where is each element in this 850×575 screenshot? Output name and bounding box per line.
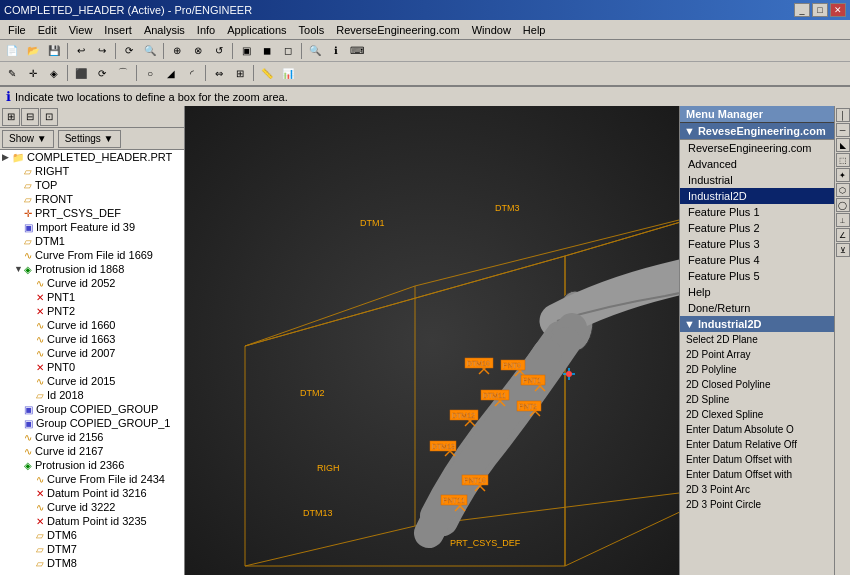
tree-item[interactable]: ▱DTM6 xyxy=(0,528,184,542)
tree-item[interactable]: ∿Curve From File id 1669 xyxy=(0,248,184,262)
mm-sub-item[interactable]: Select 2D Plane xyxy=(680,332,834,347)
tree-item[interactable]: ▱TOP xyxy=(0,178,184,192)
search-button[interactable]: 🔍 xyxy=(305,42,325,60)
sketch-button[interactable]: ✎ xyxy=(2,64,22,82)
revolve-button[interactable]: ⟳ xyxy=(92,64,112,82)
wire-button[interactable]: ◻ xyxy=(278,42,298,60)
mm-item[interactable]: Done/Return xyxy=(680,300,834,316)
regen-button[interactable]: ⟳ xyxy=(119,42,139,60)
sweep-button[interactable]: ⌒ xyxy=(113,64,133,82)
analysis-button[interactable]: 📊 xyxy=(278,64,298,82)
spin-button[interactable]: ↺ xyxy=(209,42,229,60)
tree-item[interactable]: ∿Curve id 2052 xyxy=(0,276,184,290)
tree-item[interactable]: ∿Curve id 1660 xyxy=(0,318,184,332)
edge-btn-8[interactable]: ⟂ xyxy=(836,213,850,227)
mm-item[interactable]: Advanced xyxy=(680,156,834,172)
edge-btn-7[interactable]: ◯ xyxy=(836,198,850,212)
minimize-button[interactable]: _ xyxy=(794,3,810,17)
open-button[interactable]: 📂 xyxy=(23,42,43,60)
tree-item[interactable]: ∿Curve id 2167 xyxy=(0,444,184,458)
tree-item[interactable]: ∿Curve id 3222 xyxy=(0,500,184,514)
hole-button[interactable]: ○ xyxy=(140,64,160,82)
settings-button[interactable]: Settings ▼ xyxy=(58,130,121,148)
datum-button[interactable]: ✛ xyxy=(23,64,43,82)
mm-item[interactable]: Industrial2D xyxy=(680,188,834,204)
tree-item[interactable]: ∿Curve id 2015 xyxy=(0,374,184,388)
undo-button[interactable]: ↩ xyxy=(71,42,91,60)
mm-item[interactable]: Feature Plus 4 xyxy=(680,252,834,268)
tree-item[interactable]: ✛PRT_CSYS_DEF xyxy=(0,206,184,220)
mm-item[interactable]: Help xyxy=(680,284,834,300)
edge-btn-2[interactable]: ─ xyxy=(836,123,850,137)
tree-item[interactable]: ∿Curve From File id 2434 xyxy=(0,472,184,486)
viewport[interactable]: DTM10 DTM11 DTM12 DTM13 PNT0 PNT1 PNT2 P… xyxy=(185,106,679,575)
tree-item[interactable]: ✕Datum Point id 3216 xyxy=(0,486,184,500)
tree-item[interactable]: ▱DTM7 xyxy=(0,542,184,556)
mm-section-header-2[interactable]: ▼ Industrial2D xyxy=(680,316,834,332)
tree-item[interactable]: ▣Group COPIED_GROUP xyxy=(0,402,184,416)
round-button[interactable]: ◜ xyxy=(182,64,202,82)
tree-root[interactable]: ▶ 📁 COMPLETED_HEADER.PRT xyxy=(0,150,184,164)
edge-btn-1[interactable]: │ xyxy=(836,108,850,122)
mm-sub-item[interactable]: 2D Closed Polyline xyxy=(680,377,834,392)
tree-item[interactable]: ▱DTM1 xyxy=(0,234,184,248)
menu-item-reverseengineeringcom[interactable]: ReverseEngineering.com xyxy=(330,22,466,38)
mm-item[interactable]: Feature Plus 2 xyxy=(680,220,834,236)
mm-sub-item[interactable]: 2D 3 Point Circle xyxy=(680,497,834,512)
mm-section-header-1[interactable]: ▼ ReveseEngineering.com xyxy=(680,123,834,139)
edge-btn-9[interactable]: ∠ xyxy=(836,228,850,242)
tree-item[interactable]: ▣Group COPIED_GROUP_1 xyxy=(0,416,184,430)
edge-btn-10[interactable]: ⊻ xyxy=(836,243,850,257)
maximize-button[interactable]: □ xyxy=(812,3,828,17)
mm-sub-item[interactable]: Enter Datum Relative Off xyxy=(680,437,834,452)
extrude-button[interactable]: ⬛ xyxy=(71,64,91,82)
mm-item[interactable]: Feature Plus 5 xyxy=(680,268,834,284)
orient-button[interactable]: ⊕ xyxy=(167,42,187,60)
save-button[interactable]: 💾 xyxy=(44,42,64,60)
tree-item[interactable]: ✕PNT1 xyxy=(0,290,184,304)
tree-icon2[interactable]: ⊟ xyxy=(21,108,39,126)
edge-btn-4[interactable]: ⬚ xyxy=(836,153,850,167)
pattern-button[interactable]: ⊞ xyxy=(230,64,250,82)
mm-sub-item[interactable]: Enter Datum Offset with xyxy=(680,452,834,467)
tree-item[interactable]: ▣Import Feature id 39 xyxy=(0,220,184,234)
orient2-button[interactable]: ⊗ xyxy=(188,42,208,60)
tree-item[interactable]: ✕Datum Point id 3235 xyxy=(0,514,184,528)
mm-sub-item[interactable]: 2D Point Array xyxy=(680,347,834,362)
tree-icon1[interactable]: ⊞ xyxy=(2,108,20,126)
mm-item[interactable]: Feature Plus 1 xyxy=(680,204,834,220)
view-button[interactable]: ▣ xyxy=(236,42,256,60)
tree-item[interactable]: ✕PNT2 xyxy=(0,304,184,318)
mm-item[interactable]: Feature Plus 3 xyxy=(680,236,834,252)
chamfer-button[interactable]: ◢ xyxy=(161,64,181,82)
tree-item[interactable]: ▱FRONT xyxy=(0,192,184,206)
mm-sub-item[interactable]: Enter Datum Absolute O xyxy=(680,422,834,437)
menu-item-insert[interactable]: Insert xyxy=(98,22,138,38)
tree-item[interactable]: ▱DTM8 xyxy=(0,556,184,570)
tree-item[interactable]: ∿Curve id 2007 xyxy=(0,346,184,360)
tree-icon3[interactable]: ⊡ xyxy=(40,108,58,126)
close-button[interactable]: ✕ xyxy=(830,3,846,17)
edge-btn-3[interactable]: ◣ xyxy=(836,138,850,152)
menu-item-help[interactable]: Help xyxy=(517,22,552,38)
menu-item-info[interactable]: Info xyxy=(191,22,221,38)
menu-item-file[interactable]: File xyxy=(2,22,32,38)
tree-item[interactable]: ▱Id 2018 xyxy=(0,388,184,402)
show-button[interactable]: Show ▼ xyxy=(2,130,54,148)
edge-btn-6[interactable]: ⬡ xyxy=(836,183,850,197)
tree-item[interactable]: ∿Curve id 1663 xyxy=(0,332,184,346)
mm-sub-item[interactable]: 2D Clexed Spline xyxy=(680,407,834,422)
tree-item[interactable]: ▼◈Protrusion id 1868 xyxy=(0,262,184,276)
tree-item[interactable]: ◈Protrusion id 2366 xyxy=(0,458,184,472)
feature-button[interactable]: ◈ xyxy=(44,64,64,82)
mm-sub-item[interactable]: 2D 3 Point Arc xyxy=(680,482,834,497)
menu-item-tools[interactable]: Tools xyxy=(293,22,331,38)
menu-item-window[interactable]: Window xyxy=(466,22,517,38)
edge-btn-5[interactable]: ✦ xyxy=(836,168,850,182)
mm-item[interactable]: ReverseEngineering.com xyxy=(680,140,834,156)
menu-item-edit[interactable]: Edit xyxy=(32,22,63,38)
measure-button[interactable]: 📏 xyxy=(257,64,277,82)
menu-item-view[interactable]: View xyxy=(63,22,99,38)
tree-item[interactable]: ✕PNT0 xyxy=(0,360,184,374)
zoom-button[interactable]: 🔍 xyxy=(140,42,160,60)
